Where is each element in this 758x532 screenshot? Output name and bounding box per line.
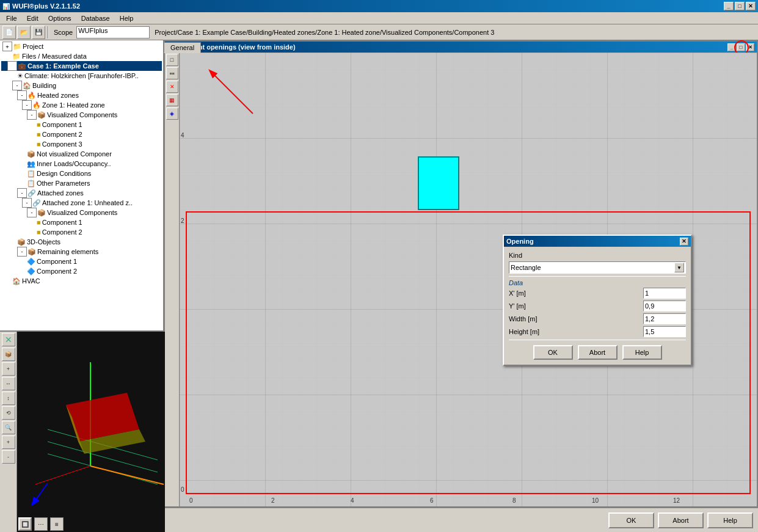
- toolbar-btn-4[interactable]: ▦: [166, 94, 178, 106]
- vert-btn-4[interactable]: ↔: [2, 377, 15, 390]
- tree-item-project[interactable]: + 📁 Project: [1, 42, 162, 51]
- vert-btn-8[interactable]: +: [2, 435, 15, 449]
- field-y-input[interactable]: 0,9: [643, 301, 686, 312]
- expand-building[interactable]: -: [12, 81, 22, 90]
- toolbar-btn-1[interactable]: □: [166, 54, 178, 66]
- tree-item-az-comp1[interactable]: ■ Component 1: [1, 217, 162, 227]
- blue-arrow: [23, 477, 60, 514]
- expand-remaining[interactable]: -: [17, 247, 27, 257]
- dialog-kind-row: Kind: [509, 252, 686, 259]
- menu-options[interactable]: Options: [43, 13, 76, 23]
- tree-item-attached[interactable]: - 🔗 Attached zones: [1, 188, 162, 198]
- tree-item-vis-comp2[interactable]: - 📦 Visualized Components: [1, 208, 162, 217]
- inner-label: Inner Loads/Occupancy..: [37, 160, 111, 167]
- expand-project[interactable]: +: [2, 42, 12, 51]
- x-axis-4: 4: [351, 497, 354, 504]
- main-ok-button[interactable]: OK: [608, 512, 654, 528]
- attached-icon: 🔗: [27, 189, 36, 197]
- tree-item-design[interactable]: 📋 Design Conditions: [1, 169, 162, 178]
- tree-item-zone1[interactable]: - 🔥 Zone 1: Heated zone: [1, 100, 162, 110]
- app-icon: 📊: [2, 3, 10, 10]
- files-label: Files / Measured data: [22, 53, 87, 60]
- field-width-input[interactable]: 1,2: [643, 313, 686, 324]
- attached-label: Attached zones: [37, 189, 84, 197]
- main-abort-button[interactable]: Abort: [658, 512, 704, 528]
- minimize-button[interactable]: _: [724, 2, 734, 10]
- tree-item-not-vis[interactable]: 📦 Not visualized Componer: [1, 149, 162, 159]
- tree-item-attached-zone1[interactable]: - 🔗 Attached zone 1: Unheated z..: [1, 198, 162, 208]
- rem-comp1-label: Component 1: [37, 258, 77, 265]
- field-height-input[interactable]: 1,5: [643, 326, 686, 337]
- tree-item-inner[interactable]: 👥 Inner Loads/Occupancy..: [1, 159, 162, 169]
- main-help-button[interactable]: Help: [707, 512, 753, 528]
- expand-vis2[interactable]: -: [27, 208, 37, 217]
- bottom-icon-1[interactable]: 🔲: [18, 517, 32, 531]
- dialog-combo-arrow[interactable]: ▼: [674, 263, 684, 272]
- tree-item-rem-comp2[interactable]: 🔷 Component 2: [1, 266, 162, 276]
- bottom-icon-3[interactable]: ≡: [50, 517, 64, 531]
- tab-general[interactable]: General: [164, 42, 201, 53]
- tree-item-comp1[interactable]: ■ Component 1: [1, 120, 162, 129]
- maximize-button[interactable]: □: [735, 2, 745, 10]
- expand-case1[interactable]: -: [7, 61, 17, 71]
- vert-btn-7[interactable]: 🔍: [2, 421, 15, 434]
- menu-edit[interactable]: Edit: [22, 13, 43, 23]
- tree-item-comp2[interactable]: ■ Component 2: [1, 129, 162, 139]
- dialog-close-button[interactable]: ✕: [680, 238, 688, 246]
- az-comp1-icon: ■: [37, 219, 41, 226]
- scope-combo[interactable]: WUFIplus: [76, 26, 150, 38]
- vert-btn-5[interactable]: ↕: [2, 392, 15, 405]
- design-label: Design Conditions: [37, 170, 91, 177]
- toolbar-btn-2[interactable]: ≡≡: [166, 67, 178, 79]
- tree-item-other[interactable]: 📋 Other Parameters: [1, 178, 162, 188]
- tree-item-remaining[interactable]: - 📦 Remaining elements: [1, 247, 162, 257]
- dialog-body: Kind Rectangle ▼ Data X' [m] 1 Y' [m] 0,…: [504, 247, 691, 365]
- az-comp2-label: Component 2: [42, 228, 82, 236]
- breadcrumb: Project/Case 1: Example Case/Building/He…: [155, 29, 494, 36]
- vert-btn-6[interactable]: ⟲: [2, 406, 15, 420]
- 3d-label: 3D-Objects: [27, 238, 60, 246]
- tree-item-climate[interactable]: ☀ Climate: Holzkirchen [Fraunhofer-IBP..: [1, 71, 162, 81]
- dialog-ok-button[interactable]: OK: [533, 345, 573, 360]
- menu-file[interactable]: File: [1, 13, 22, 23]
- tree-item-rem-comp1[interactable]: 🔷 Component 1: [1, 257, 162, 266]
- close-button[interactable]: ✕: [746, 2, 756, 10]
- dialog-kind-combo[interactable]: Rectangle ▼: [509, 261, 686, 274]
- tree-item-heated-zones[interactable]: - 🔥 Heated zones: [1, 90, 162, 100]
- vert-btn-9[interactable]: -: [2, 450, 15, 464]
- menu-help[interactable]: Help: [115, 13, 139, 23]
- tree-item-files[interactable]: 📁 Files / Measured data: [1, 51, 162, 61]
- new-button[interactable]: 📄: [2, 26, 16, 39]
- vert-btn-2[interactable]: 📦: [2, 348, 15, 361]
- vert-btn-1[interactable]: ✕: [2, 333, 15, 346]
- toolbar-btn-5[interactable]: ◈: [166, 107, 178, 120]
- vert-btn-3[interactable]: +: [2, 362, 15, 376]
- tree-item-case1[interactable]: - 💼 Case 1: Example Case: [1, 61, 162, 71]
- tree-item-comp3[interactable]: ■ Component 3: [1, 139, 162, 149]
- tree-item-vis-comp[interactable]: - 📦 Visualized Components: [1, 110, 162, 120]
- expand-heated[interactable]: -: [17, 90, 27, 100]
- other-icon: 📋: [27, 180, 35, 188]
- tree-item-building[interactable]: - 🏠 Building: [1, 81, 162, 90]
- dialog-abort-button[interactable]: Abort: [578, 345, 618, 360]
- field-x-input[interactable]: 1: [643, 288, 686, 299]
- dialog-help-button[interactable]: Help: [622, 345, 662, 360]
- 3d-icon: 📦: [17, 238, 26, 246]
- openings-maximize[interactable]: □: [737, 43, 745, 51]
- tree-item-hvac[interactable]: 🏠 HVAC: [1, 276, 162, 286]
- expand-zone1[interactable]: -: [22, 100, 32, 110]
- openings-close[interactable]: ✕: [746, 43, 754, 51]
- menu-database[interactable]: Database: [76, 13, 115, 23]
- expand-attached[interactable]: -: [17, 188, 27, 198]
- tree-item-3d[interactable]: 📦 3D-Objects: [1, 237, 162, 247]
- x-axis-0: 0: [189, 497, 193, 504]
- openings-minimize[interactable]: _: [727, 43, 736, 51]
- open-button[interactable]: 📂: [17, 26, 31, 39]
- toolbar-btn-3[interactable]: ✕: [166, 81, 178, 93]
- building-label: Building: [32, 82, 56, 89]
- expand-az1[interactable]: -: [22, 198, 32, 208]
- bottom-icon-2[interactable]: ⋯: [34, 517, 48, 531]
- save-button[interactable]: 💾: [32, 26, 45, 39]
- expand-vis[interactable]: -: [27, 110, 37, 120]
- tree-item-az-comp2[interactable]: ■ Component 2: [1, 227, 162, 237]
